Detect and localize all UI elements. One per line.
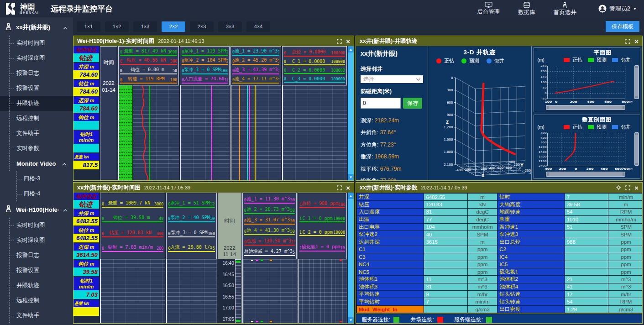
plan-horizontal-scrollbar[interactable] [546,105,625,110]
curve-name-value: 钩位 = 39.58 m [104,215,159,221]
track-plot [180,85,230,180]
sidebar-item-井眼轨迹[interactable]: 井眼轨迹 [0,278,73,293]
sidebar-item-实时深度图[interactable]: 实时深度图 [0,51,73,66]
data-point [251,321,253,322]
close-icon[interactable]: × [634,184,639,191]
brand-name-cn: 神開 [20,4,39,11]
info-value [73,307,99,316]
param-unit: ppm [608,261,643,268]
param-value [565,253,608,260]
expand-icon[interactable] [337,39,342,44]
svg-text:X: X [482,173,485,178]
layout-button-4x4[interactable]: 4×4 [246,21,270,32]
param-unit: m^3 [468,283,497,290]
curve-max: 100000 [331,59,345,64]
sidebar-item-报警设置[interactable]: 报警设置 [0,81,73,96]
param-unit: ppm [608,246,643,253]
data-point [340,321,342,322]
sidebar-item-报警日志[interactable]: 报警日志 [0,248,73,263]
param-value [565,261,608,268]
sidebar-item-实时深度图[interactable]: 实时深度图 [0,233,73,248]
data-point [251,260,253,261]
app-logo: 神開 SHENKAI [5,2,39,15]
scroll-down-icon[interactable]: ▼ [348,174,354,180]
scroll-up-icon[interactable]: ▲ [348,46,354,52]
sidebar-item-井眼轨迹[interactable]: 井眼轨迹 [0,96,73,111]
curve-max: 100 [224,78,227,82]
legend-item: 预测 [588,57,607,63]
curve-name-value: C_1 = 0.0000 [286,59,331,64]
trajectory-stat: 方位角: 77.23° [361,141,423,149]
param-label: NC4 [357,261,424,268]
vertical-scrollbar[interactable]: ▲▼ [348,46,354,180]
layout-button-1x3[interactable]: 1×3 [133,21,157,32]
vertical-scrollbar[interactable]: ▲▼ [348,193,354,323]
neighbor-well-label: 选择邻井 [361,65,423,73]
info-group: 迟深 m784.60 [73,97,99,113]
curve-name-value: 池_4 = 41.30 m^3 [246,227,290,234]
sidebar-item-远程控制[interactable]: 远程控制 [0,111,73,126]
svg-text:700: 700 [622,167,629,170]
time-date: 202201-14 [102,80,115,94]
layout-button-3x3[interactable]: 3×3 [218,21,242,32]
expand-icon[interactable] [337,185,342,190]
info-label: 悬重 kN [73,300,99,307]
parameters-table: 井深6482.55m钻时7min/m钻压120.83kN大钩高度39.58m入口… [356,193,642,314]
user-menu[interactable]: 管理员2 ▼ [598,5,637,13]
vertical-section-chart: 垂直剖面图 (m) 正钻预测邻井 30060090012001500180021… [534,115,640,179]
connection-status-bar: 服务器连接:井场连接:服务端连接: [356,314,642,324]
param-value: 11 [424,276,467,283]
plan-vertical-scrollbar[interactable] [634,65,639,99]
expand-icon[interactable] [625,39,630,44]
close-icon[interactable]: × [634,38,639,45]
sidebar-item-报警设置[interactable]: 报警设置 [0,263,73,278]
curve-max: 300 [170,59,177,63]
svg-text:(m): (m) [629,100,633,103]
scroll-down-icon[interactable]: ▼ [348,317,354,323]
scroll-up-icon[interactable]: ▲ [348,193,354,199]
close-icon[interactable]: × [346,184,350,191]
info-group: 钻时1 min/m [73,131,99,152]
save-distance-button[interactable]: 保存 [403,98,422,109]
nav-item-数据库[interactable]: 数据库 [518,2,535,16]
save-template-button[interactable]: 保存模板 [606,21,639,32]
curve-name-value: 池_3 = 41.39 m^3 [235,67,277,73]
sidebar-item-报警日志[interactable]: 报警日志 [0,66,73,81]
curve-max: 120 [210,202,215,206]
legend-swatch [461,58,466,63]
layout-button-2x2[interactable]: 2×2 [162,21,185,32]
curve-label-row: 0转速 = 119 RPM100 [120,76,177,84]
stat-label: 视平移: [361,166,380,172]
gear-icon[interactable] [616,185,621,190]
sidebar-item-实时参数[interactable]: 实时参数 [0,141,73,156]
info-label: 钻井状态 [73,46,99,53]
anticollision-distance-input[interactable] [361,98,401,109]
layout-button-1x2[interactable]: 1×2 [105,21,129,32]
param-unit: kN [468,201,497,208]
chart-track-2: 0泵冲_1 = 51 SPM1200泵冲_2 = 40 SPM1000泵冲_3 … [166,193,216,323]
sidebar-well-header[interactable]: Wei-H100(Hole-1) [0,201,73,218]
svg-text:Y: Y [520,163,524,168]
sidebar-item-四楼-4[interactable]: 四楼-4 [0,186,73,201]
expand-icon[interactable] [625,185,630,190]
curve-label-row: 0C_2 = 0.0000100000 [284,68,345,74]
sidebar-item-实时时间图[interactable]: 实时时间图 [0,218,73,233]
sidebar-item-远程控制[interactable]: 远程控制 [0,293,73,308]
curve-name-value: 入流 = 29.80 l/s [171,244,213,251]
sidebar-well-header[interactable]: xx井(新井眼) [0,19,73,36]
sidebar-item-label: 四楼-4 [24,190,40,198]
sidebar-item-四楼-3[interactable]: 四楼-3 [0,171,73,186]
section-horizontal-scrollbar[interactable] [546,172,625,177]
sidebar-item-文件助手[interactable]: 文件助手 [0,126,73,141]
nav-item-首页选井[interactable]: 首页选井 [554,2,576,16]
legend-swatch [612,125,618,129]
layout-button-1x1[interactable]: 1×1 [77,21,100,32]
close-icon[interactable]: × [346,38,350,45]
neighbor-well-select[interactable]: 选择 [361,75,423,83]
sidebar-item-实时时间图[interactable]: 实时时间图 [0,36,73,51]
sidebar-item-monitor-video[interactable]: Monitor Video [0,156,73,171]
section-vertical-scrollbar[interactable] [634,132,639,166]
sidebar-item-文件助手[interactable]: 文件助手 [0,308,73,323]
nav-item-后台管理[interactable]: 后台管理 [477,2,500,16]
layout-button-2x3[interactable]: 2×3 [190,21,214,32]
